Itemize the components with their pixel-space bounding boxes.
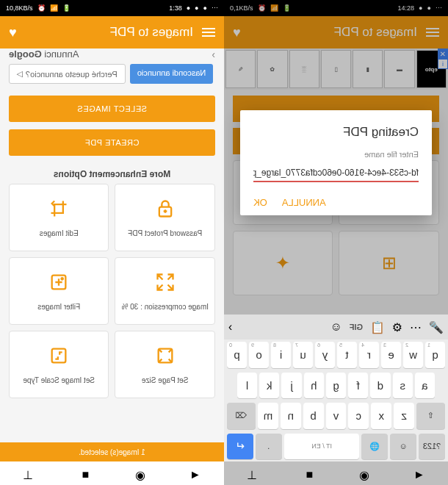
key-s[interactable]: s [393,373,413,399]
lock-plus-icon [155,198,176,222]
backspace-key[interactable]: ⌫ [227,403,256,429]
key-j[interactable]: j [281,373,301,399]
phone-left: 0,1KB/s⏰📶🔋 14:28●●⋯ Images to PDF ♥ ✕ i … [224,0,448,485]
ads-label: Annunci Google [9,48,79,60]
card-label: Set Page Size [139,376,191,384]
net-speed: 10,8KB/s [6,4,33,12]
sparkle-icon [48,272,69,295]
key-g[interactable]: g [326,373,346,399]
key-z[interactable]: z [394,403,414,429]
key-row: ?123 ☺ 🌐 IT / EN . ↵ [224,431,448,462]
android-navbar: ◄ ◉ ■ ⊥ [0,461,224,485]
key-t[interactable]: 5t [337,342,357,368]
nav-home-icon[interactable]: ◉ [135,468,145,478]
key-r[interactable]: 4r [359,342,379,368]
key-d[interactable]: d [370,373,390,399]
key-y[interactable]: 6y [315,342,335,368]
mic-icon[interactable]: 🎤 [429,320,444,334]
filename-input[interactable] [253,165,419,182]
card-scale-type[interactable]: Set Image Scale Type [9,331,109,398]
key-p[interactable]: 0p [227,342,247,368]
chevron-right-icon[interactable]: › [228,320,232,334]
keyboard-toolbar: 🎤 ⋯ ⚙ 📋 GIF ☺ › [224,315,448,340]
scale-icon [48,345,69,369]
globe-key[interactable]: 🌐 [361,434,388,460]
shift-key[interactable]: ⇧ [416,403,445,429]
create-pdf-button[interactable]: CREATE PDF [9,129,215,156]
key-a[interactable]: a [415,373,435,399]
key-b[interactable]: b [303,403,324,429]
clipboard-icon[interactable]: 📋 [370,320,385,334]
key-row: 1q2w3e4r5t6y7u8i9o0p [224,340,448,370]
adchoices-icon: ▷ [17,69,23,79]
key-e[interactable]: 3e [381,342,401,368]
page-size-icon [155,345,176,369]
key-v[interactable]: v [326,403,347,429]
key-f[interactable]: f [348,373,368,399]
card-label: Edit Images [37,229,82,237]
space-key[interactable]: IT / EN [284,434,360,460]
dialog-title: Creating PDF [253,125,419,140]
key-row: ⇧ zxcvbnm⌫ [224,400,448,431]
key-c[interactable]: c [348,403,369,429]
sticker-icon[interactable]: ☺ [330,320,342,334]
gif-button[interactable]: GIF [350,323,363,331]
key-o[interactable]: 9o [249,342,269,368]
google-ad-banner: › Annunci Google Nascondi annuncio Perch… [0,48,224,90]
key-q[interactable]: 1q [425,342,445,368]
selection-footer: 1 Image(s) selected. [0,442,224,461]
ok-button[interactable]: OK [253,197,267,208]
cancel-button[interactable]: ANNULLA [282,197,326,208]
key-m[interactable]: m [258,403,278,429]
appbar-right: Images to PDF ♥ [0,16,224,48]
app-title: Images to PDF [26,25,193,40]
favorite-icon[interactable]: ♥ [9,25,17,40]
more-icon[interactable]: ⋯ [410,320,422,334]
card-label: Image compression : 30 % [119,303,212,311]
card-label: Password Protect PDF [125,229,205,237]
enter-key[interactable]: ↵ [227,434,253,460]
gear-icon[interactable]: ⚙ [392,320,402,334]
key-k[interactable]: k [259,373,279,399]
card-password-protect[interactable]: Password Protect PDF [115,184,216,251]
hide-ad-button[interactable]: Nascondi annuncio [130,64,214,84]
statusbar-right: 10,8KB/s⏰📶🔋 1:38●●●⋯ [0,0,224,16]
select-images-button[interactable]: SELECT IMAGES [9,96,215,122]
card-filter-images[interactable]: Filter Images [9,257,109,325]
key-u[interactable]: 7u [293,342,313,368]
options-grid: Password Protect PDF Edit Images Image c… [0,184,224,398]
menu-icon[interactable] [202,28,215,37]
card-compression[interactable]: Image compression : 30 % [115,257,216,325]
key-w[interactable]: 2w [403,342,423,368]
crop-rotate-icon [48,198,69,222]
clock: 1:38 [169,4,182,12]
card-label: Set Image Scale Type [20,376,98,384]
key-row: asdfghjkl [224,370,448,401]
svg-point-2 [62,278,63,279]
key-x[interactable]: x [371,403,391,429]
card-label: Filter Images [35,303,83,311]
keyboard[interactable]: 🎤 ⋯ ⚙ 📋 GIF ☺ › 1q2w3e4r5t6y7u8i9o0p asd… [224,315,448,461]
nav-recent-icon[interactable]: ■ [79,468,89,478]
chevron-right-icon[interactable]: › [212,48,215,60]
svg-rect-4 [52,348,66,362]
card-edit-images[interactable]: Edit Images [9,184,109,251]
create-pdf-dialog: Creating PDF Enter file name ANNULLA OK [240,110,432,215]
dialog-hint: Enter file name [253,150,419,159]
symbols-key[interactable]: ?123 [419,434,445,460]
why-ad-button[interactable]: Perché questo annuncio?▷ [9,64,126,84]
phone-right: 10,8KB/s⏰📶🔋 1:38●●●⋯ Images to PDF ♥ › A… [0,0,224,485]
key-l[interactable]: l [237,373,257,399]
section-title: More Enhancement Options [0,162,224,184]
main-buttons: SELECT IMAGES CREATE PDF [0,90,224,162]
key-n[interactable]: n [281,403,301,429]
emoji-key[interactable]: ☺ [390,434,416,460]
period-key[interactable]: . [256,434,282,460]
card-page-size[interactable]: Set Page Size [115,331,216,398]
key-h[interactable]: h [304,373,324,399]
nav-access-icon[interactable]: ⊥ [23,468,33,478]
nav-back-icon[interactable]: ◄ [191,468,201,478]
key-i[interactable]: 8i [271,342,291,368]
compress-icon [155,272,176,295]
